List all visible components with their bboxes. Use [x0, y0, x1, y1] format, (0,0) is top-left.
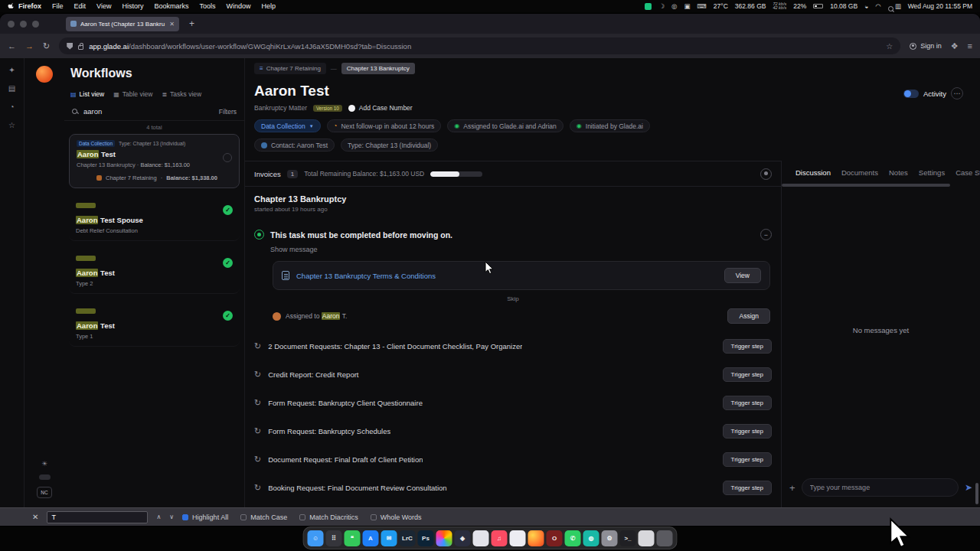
collapse-invoices-icon[interactable] [760, 168, 772, 180]
invoices-label[interactable]: Invoices [254, 170, 281, 178]
dock-icon-mail[interactable]: ✉ [381, 530, 397, 546]
stage-chip[interactable]: Data Collection▼ [254, 119, 321, 132]
tracking-shield-icon[interactable] [67, 43, 73, 50]
trigger-step-button[interactable]: Trigger step [723, 339, 772, 354]
attach-button[interactable]: + [789, 482, 795, 494]
bluetooth-icon[interactable]: ◒ [864, 2, 868, 10]
tab-close-icon[interactable]: ✕ [169, 21, 175, 28]
theme-sun-icon[interactable]: ☀ [41, 460, 47, 468]
findbar-close-icon[interactable]: ✕ [32, 513, 38, 521]
type-chip[interactable]: Type: Chapter 13 (Individual) [341, 139, 438, 152]
panel-tab-discussion[interactable]: Discussion [795, 168, 831, 177]
bookmark-star-icon[interactable]: ☆ [886, 42, 893, 51]
dock-icon-photoshop[interactable]: Ps [418, 530, 434, 546]
findbar-option-match-diacritics[interactable]: Match Diacritics [299, 514, 358, 521]
dock-icon-trash[interactable] [657, 530, 673, 546]
dock-icon-photos[interactable] [436, 530, 452, 546]
find-next-button[interactable]: ∨ [169, 514, 174, 520]
new-tab-button[interactable]: + [189, 18, 194, 29]
workflow-item[interactable]: Aaron TestType 1✓ [69, 299, 240, 347]
collapse-toggle[interactable] [39, 474, 51, 480]
dock-icon-preview[interactable] [473, 530, 489, 546]
panel-tab-notes[interactable]: Notes [889, 168, 908, 177]
dnd-icon[interactable]: ☽ [658, 2, 665, 10]
menu-edit[interactable]: Edit [74, 2, 87, 10]
menu-history[interactable]: History [122, 2, 143, 10]
related-matter-row[interactable]: Chapter 7 Retaining · Balance: $1,338.00 [77, 174, 232, 181]
menu-tools[interactable]: Tools [199, 2, 215, 10]
zoom-window-button[interactable] [32, 21, 39, 28]
view-tab-table-view[interactable]: ▦Table view [113, 90, 152, 98]
trigger-step-button[interactable]: Trigger step [723, 452, 772, 467]
app-menu-button[interactable]: ≡ [968, 41, 972, 51]
message-input[interactable] [802, 478, 959, 497]
assign-button[interactable]: Assign [727, 308, 770, 324]
reload-button[interactable]: ↻ [43, 41, 50, 51]
breadcrumb-chapter7[interactable]: ≡Chapter 7 Retaining [254, 63, 326, 74]
panel-tab-documents[interactable]: Documents [841, 168, 878, 177]
dock-icon-terminal[interactable]: >_ [620, 530, 636, 546]
favorites-nav-icon[interactable]: ☆ [8, 121, 15, 129]
dock-icon-teal-app[interactable]: ◍ [583, 530, 599, 546]
findbar-option-match-case[interactable]: Match Case [240, 514, 287, 521]
initiated-chip[interactable]: ◉Initiated by Glade.ai [570, 119, 650, 132]
skip-link[interactable]: Skip [254, 295, 772, 302]
view-tab-list-view[interactable]: ▤List view [70, 90, 104, 98]
panel-tab-case-stat[interactable]: Case Stat [956, 168, 980, 177]
show-message-link[interactable]: Show message [270, 246, 772, 253]
more-options-button[interactable]: ⋯ [951, 87, 963, 99]
find-input[interactable] [47, 511, 148, 523]
find-previous-button[interactable]: ∧ [156, 514, 161, 520]
dock-icon-app-store[interactable]: A [363, 530, 379, 546]
menu-window[interactable]: Window [226, 2, 250, 10]
browser-tab[interactable]: Aaron Test (Chapter 13 Bankru ✕ [66, 17, 179, 31]
back-button[interactable]: ← [8, 41, 16, 51]
workflow-item[interactable]: Aaron Test SpouseDebt Relief Consultatio… [69, 194, 240, 241]
forward-button[interactable]: → [25, 41, 34, 51]
dock-icon-settings[interactable]: ⚙ [602, 530, 618, 546]
menu-bookmarks[interactable]: Bookmarks [154, 2, 188, 10]
workflow-item-selected[interactable]: Data Collection Type: Chapter 13 (Indivi… [69, 134, 240, 188]
contact-chip[interactable]: Contact: Aaron Test [254, 139, 335, 152]
url-bar[interactable]: app.glade.ai/dashboard/workflows/user-wo… [59, 37, 900, 54]
send-icon[interactable]: ➤ [965, 482, 972, 493]
dock-icon-firefox[interactable] [528, 530, 544, 546]
dock-icon-code-editor[interactable]: ◈ [455, 530, 471, 546]
dock-icon-whatsapp[interactable]: ✆ [565, 530, 581, 546]
glade-logo[interactable] [36, 66, 53, 83]
app-status-icon[interactable]: ◎ [671, 2, 677, 10]
menu-help[interactable]: Help [261, 2, 276, 10]
dock-icon-lightroom[interactable]: LrC [400, 530, 416, 546]
findbar-option-highlight-all[interactable]: Highlight All [182, 514, 228, 521]
screen-recording-icon[interactable] [645, 3, 652, 10]
activity-toggle[interactable] [903, 90, 919, 98]
filters-button[interactable]: Filters [219, 108, 237, 116]
panel-tab-settings[interactable]: Settings [919, 168, 945, 177]
workflow-item[interactable]: Aaron TestType 2✓ [69, 246, 240, 294]
lock-icon[interactable] [78, 45, 83, 50]
sparkle-nav-icon[interactable]: ✦ [8, 66, 15, 74]
add-case-number-button[interactable]: Add Case Number [348, 104, 413, 112]
menubar-clock[interactable]: Wed Aug 20 11:55 PM [908, 2, 972, 10]
extensions-icon[interactable]: ❖ [951, 41, 959, 51]
keyboard-icon[interactable]: ⌨ [697, 2, 707, 10]
firefox-account[interactable]: Sign in [910, 42, 942, 50]
trigger-step-button[interactable]: Trigger step [723, 481, 772, 495]
close-window-button[interactable] [8, 21, 15, 28]
dock-icon-finder[interactable]: ☺ [308, 530, 324, 546]
history-nav-icon[interactable]: ◔ [9, 103, 14, 111]
trigger-step-button[interactable]: Trigger step [723, 396, 772, 410]
dock-icon-launchpad[interactable]: ⠿ [326, 530, 342, 546]
search-input[interactable] [83, 107, 175, 116]
menu-firefox[interactable]: Firefox [18, 2, 41, 10]
dock-icon-opera[interactable]: O [547, 530, 563, 546]
collapse-task-button[interactable]: − [760, 229, 772, 240]
control-center-icon[interactable]: ▥ [895, 2, 901, 10]
dock-icon-calendar[interactable] [510, 530, 526, 546]
widget-icon[interactable]: ▣ [684, 2, 691, 10]
menu-file[interactable]: File [52, 2, 64, 10]
dock-icon-music[interactable]: ♫ [492, 530, 508, 546]
findbar-option-whole-words[interactable]: Whole Words [371, 514, 422, 521]
view-button[interactable]: View [724, 268, 761, 283]
terms-link[interactable]: Chapter 13 Bankruptcy Terms & Conditions [296, 272, 436, 280]
